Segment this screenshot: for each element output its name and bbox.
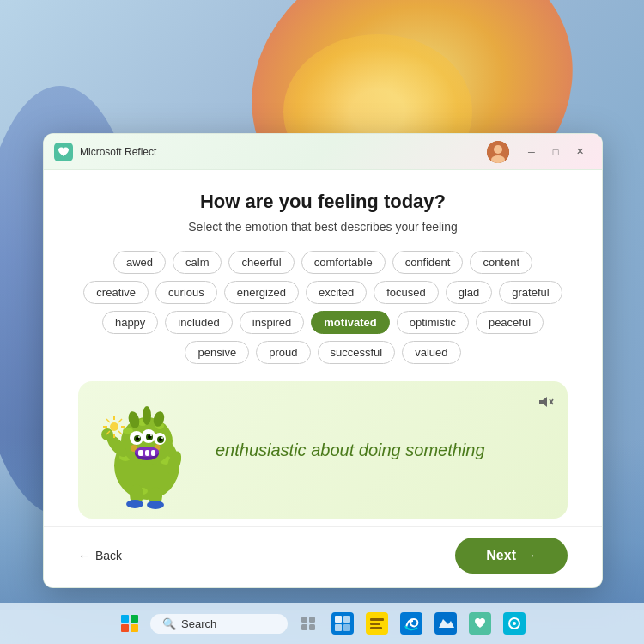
app-title: Microsoft Reflect: [80, 146, 487, 158]
svg-rect-60: [335, 624, 342, 631]
taskbar-app-6[interactable]: [501, 610, 528, 637]
emotion-chip-comfortable[interactable]: comfortable: [301, 251, 386, 274]
svg-rect-63: [370, 618, 384, 621]
app-logo: [54, 143, 73, 161]
svg-point-2: [494, 145, 502, 154]
emotion-chip-creative[interactable]: creative: [83, 281, 149, 304]
emotion-chip-excited[interactable]: excited: [306, 281, 367, 304]
svg-rect-54: [309, 617, 315, 623]
emotion-chip-inspired[interactable]: inspired: [240, 311, 305, 334]
svg-point-44: [110, 422, 118, 431]
taskbar-app-store[interactable]: [432, 610, 459, 637]
emotion-chip-included[interactable]: included: [165, 311, 232, 334]
start-button[interactable]: [116, 610, 143, 637]
emotion-chip-peaceful[interactable]: peaceful: [476, 311, 544, 334]
svg-point-16: [143, 406, 151, 425]
svg-rect-34: [138, 450, 143, 456]
svg-point-43: [147, 501, 164, 509]
search-icon: 🔍: [162, 617, 176, 630]
svg-point-42: [126, 500, 143, 508]
svg-point-27: [138, 436, 140, 438]
taskbar-search[interactable]: 🔍 Search: [150, 614, 288, 634]
svg-point-71: [513, 622, 516, 625]
mute-icon[interactable]: [537, 393, 554, 415]
emotion-chip-focused[interactable]: focused: [374, 281, 439, 304]
taskbar-app-2[interactable]: [363, 610, 391, 637]
svg-line-52: [118, 419, 122, 422]
emotion-chip-valued[interactable]: valued: [402, 341, 460, 364]
next-label: Next: [486, 548, 516, 563]
emotion-chip-cheerful[interactable]: cheerful: [228, 251, 294, 274]
emotion-chip-happy[interactable]: happy: [102, 311, 158, 334]
emotion-card: enthusiastic about doing something: [78, 381, 568, 519]
back-button[interactable]: ← Back: [78, 549, 122, 562]
svg-line-49: [106, 419, 110, 422]
emotion-chip-energized[interactable]: energized: [224, 281, 299, 304]
emotion-description: enthusiastic about doing something: [216, 440, 485, 460]
svg-rect-55: [301, 624, 307, 630]
task-view-button[interactable]: [295, 610, 322, 637]
emotion-chip-successful[interactable]: successful: [318, 341, 396, 364]
svg-rect-58: [335, 616, 342, 623]
svg-rect-66: [400, 612, 422, 635]
emotion-chip-awed[interactable]: awed: [113, 251, 166, 274]
svg-point-28: [150, 434, 152, 436]
search-label: Search: [181, 617, 216, 630]
emotion-chip-curious[interactable]: curious: [155, 281, 217, 304]
app-content: How are you feeling today? Select the em…: [44, 170, 602, 526]
back-arrow-icon: ←: [78, 549, 90, 562]
user-avatar[interactable]: [487, 141, 509, 163]
emotion-chip-grateful[interactable]: grateful: [499, 281, 562, 304]
question-title: How are you feeling today?: [78, 191, 568, 213]
emotion-chip-optimistic[interactable]: optimistic: [397, 311, 469, 334]
emotion-chip-content[interactable]: content: [470, 251, 532, 274]
taskbar-app-reflect[interactable]: [466, 610, 494, 637]
emotion-chip-calm[interactable]: calm: [173, 251, 222, 274]
svg-rect-36: [151, 450, 155, 456]
minimize-button[interactable]: ─: [519, 140, 544, 164]
svg-rect-64: [370, 623, 380, 625]
svg-point-29: [161, 437, 163, 439]
next-arrow-icon: →: [523, 548, 537, 563]
close-button[interactable]: ✕: [568, 140, 592, 164]
emotion-chip-confident[interactable]: confident: [392, 251, 464, 274]
maximize-button[interactable]: □: [544, 140, 568, 164]
svg-rect-65: [370, 627, 382, 629]
taskbar-app-1[interactable]: [329, 610, 356, 637]
emotion-chip-motivated[interactable]: motivated: [311, 311, 389, 334]
svg-rect-57: [331, 612, 354, 635]
svg-rect-35: [145, 450, 149, 456]
emotions-container: awedcalmcheerfulcomfortableconfidentcont…: [78, 251, 568, 364]
titlebar: Microsoft Reflect ─ □ ✕: [44, 134, 602, 170]
monster-character: [95, 398, 198, 501]
svg-rect-59: [343, 616, 350, 623]
app-footer: ← Back Next →: [44, 526, 602, 587]
svg-rect-61: [343, 624, 350, 631]
svg-line-50: [118, 431, 122, 434]
next-button[interactable]: Next →: [455, 538, 568, 574]
back-label: Back: [95, 549, 122, 562]
taskbar-app-edge[interactable]: [398, 610, 425, 637]
emotion-chip-glad[interactable]: glad: [446, 281, 493, 304]
svg-rect-53: [301, 617, 307, 623]
svg-rect-56: [309, 624, 315, 630]
emotion-chip-proud[interactable]: proud: [256, 341, 310, 364]
taskbar: 🔍 Search: [0, 603, 644, 644]
app-window: Microsoft Reflect ─ □ ✕ How are you feel…: [43, 133, 603, 588]
question-subtitle: Select the emotion that best describes y…: [78, 220, 568, 234]
emotion-chip-pensive[interactable]: pensive: [185, 341, 249, 364]
